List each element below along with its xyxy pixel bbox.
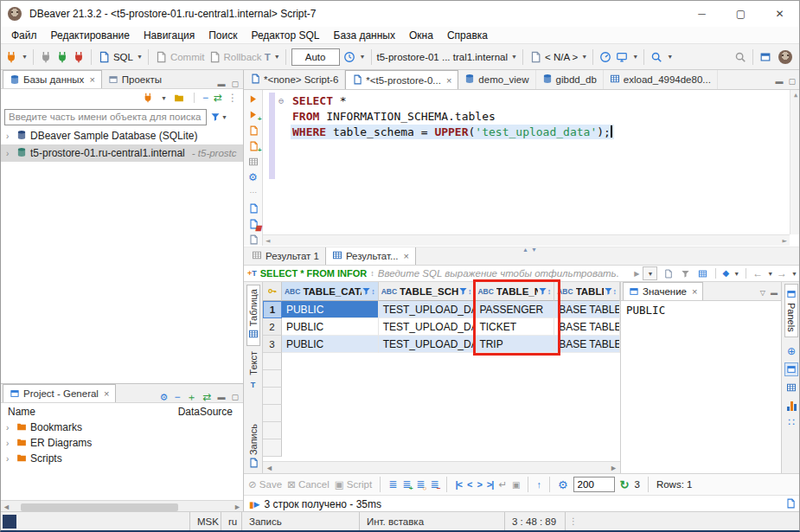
execute-script-new-tab-icon[interactable]: + bbox=[246, 139, 260, 152]
fetch-size-input[interactable] bbox=[573, 477, 615, 492]
minimize-panel-icon[interactable]: ▬ bbox=[217, 80, 225, 88]
column-filter-sort-icons[interactable]: ↕ bbox=[538, 286, 552, 296]
disconnect-icon[interactable] bbox=[72, 49, 86, 65]
grid-cell[interactable]: PUBLIC bbox=[282, 336, 379, 353]
column-header-table_sche[interactable]: ABCTABLE_SCHE↕ bbox=[379, 282, 476, 301]
custom-filter-icon[interactable] bbox=[678, 266, 692, 281]
grid-cell[interactable]: TEST_UPLOAD_DAT bbox=[379, 301, 476, 318]
tab-databases[interactable]: Базы данных × bbox=[3, 70, 102, 88]
transaction-mode-icon[interactable]: T bbox=[265, 52, 271, 62]
quick-access-search-icon[interactable] bbox=[733, 49, 747, 65]
maximize-panel-icon[interactable]: ▢ bbox=[231, 80, 239, 88]
save-filter-icon[interactable] bbox=[695, 266, 709, 281]
results-tab[interactable]: Результат...× bbox=[325, 247, 416, 265]
calc-panel-icon[interactable]: ∷ bbox=[788, 417, 795, 427]
row-number[interactable]: 1 bbox=[263, 301, 282, 318]
link-with-editor-icon[interactable]: ⇄ bbox=[214, 93, 222, 103]
minimize-panel-icon[interactable]: ▬ bbox=[217, 393, 225, 401]
status-row-state[interactable]: Запись bbox=[241, 512, 359, 530]
filter-history-dropdown-icon[interactable]: ▼ bbox=[643, 266, 657, 280]
new-connection-dropdown-icon[interactable]: ▼ bbox=[22, 54, 28, 60]
row-number[interactable]: 3 bbox=[263, 336, 282, 353]
column-header-table_ty[interactable]: ABCTABLE_TY↕ bbox=[554, 282, 620, 301]
cancel-button[interactable]: ⊠ Cancel bbox=[287, 478, 330, 490]
presentation-tab-record[interactable]: Запись bbox=[247, 420, 259, 474]
aggregate-panel-icon[interactable] bbox=[787, 401, 797, 411]
connection-dropdown-icon[interactable]: ▼ bbox=[511, 54, 517, 60]
tab-panels[interactable]: Panels bbox=[784, 284, 798, 337]
clear-filter-icon[interactable] bbox=[661, 266, 675, 281]
rollback-button[interactable]: Rollback bbox=[224, 52, 262, 62]
add-row-icon[interactable]: ≣+ bbox=[402, 478, 411, 490]
commit-mode-select[interactable]: Auto bbox=[291, 48, 340, 66]
project-tree-item[interactable]: ›ER Diagrams bbox=[1, 435, 243, 451]
sql-editor-label[interactable]: SQL bbox=[113, 52, 133, 62]
column-datasource[interactable]: DataSource bbox=[178, 406, 236, 418]
editor-tab[interactable]: *<t5-prostore-0...× bbox=[345, 70, 458, 89]
save-button[interactable]: ⊘ Save bbox=[248, 478, 282, 490]
link-with-editor-icon[interactable]: ⇄ bbox=[202, 392, 211, 402]
save-to-file-icon[interactable]: ▦ bbox=[246, 217, 260, 230]
presentation-tab-grid[interactable]: Таблица bbox=[246, 285, 260, 346]
export-results-icon[interactable]: ↑ bbox=[536, 479, 541, 490]
column-filter-sort-icons[interactable]: ↕ bbox=[458, 286, 472, 296]
sort-icon[interactable]: ↕ bbox=[468, 287, 472, 296]
connection-type-dropdown-icon[interactable]: ▼ bbox=[161, 95, 167, 101]
gear-icon[interactable]: ⚙ bbox=[558, 479, 568, 490]
column-name[interactable]: Name bbox=[8, 406, 35, 418]
menu-item[interactable]: Справка bbox=[440, 27, 495, 43]
transaction-log-dropdown-icon[interactable]: ▼ bbox=[360, 54, 366, 60]
sql-code-editor[interactable]: ⊖SELECT *FROM INFORMATION_SCHEMA.tablesW… bbox=[263, 90, 800, 246]
close-icon[interactable]: × bbox=[89, 74, 94, 85]
filter-input[interactable]: Введите SQL выражение чтобы отфильтроват… bbox=[378, 268, 631, 279]
schema-dropdown-icon[interactable]: ▼ bbox=[581, 54, 587, 60]
new-connection-icon[interactable] bbox=[141, 90, 155, 106]
project-tree-item[interactable]: ›Scripts bbox=[1, 451, 243, 466]
tab-value[interactable]: Значение × bbox=[623, 282, 703, 300]
delete-row-icon[interactable]: ≣− bbox=[430, 478, 438, 490]
reference-dropdown-icon[interactable]: ▼ bbox=[733, 271, 739, 277]
minimize-button[interactable]: ─ bbox=[682, 1, 721, 27]
results-tab[interactable]: Результат 1 bbox=[246, 247, 325, 265]
grid-cell[interactable]: TEST_UPLOAD_DAT bbox=[379, 318, 476, 336]
search-dropdown-icon[interactable]: ▼ bbox=[667, 54, 673, 60]
export-from-query-icon[interactable] bbox=[246, 202, 260, 215]
scroll-right-icon[interactable]: ► bbox=[783, 236, 787, 245]
next-row-icon[interactable]: > bbox=[477, 479, 481, 490]
grid-cell[interactable]: BASE TABLE bbox=[554, 336, 620, 353]
minimize-panel-icon[interactable]: ▬ bbox=[775, 77, 783, 86]
editor-vertical-scrollbar[interactable]: ▲ bbox=[790, 90, 800, 234]
collapse-all-icon[interactable]: − bbox=[202, 93, 208, 103]
schema-selector[interactable]: < N/A > bbox=[545, 52, 578, 62]
sash-up-icon[interactable]: ▲ bbox=[522, 247, 528, 253]
column-filter-sort-icons[interactable]: ↕ bbox=[362, 286, 375, 296]
commit-button[interactable]: Commit bbox=[170, 52, 205, 62]
edit-cell-icon[interactable]: ≣ bbox=[388, 478, 397, 490]
chevron-right-icon[interactable]: › bbox=[6, 423, 13, 433]
tree-item-connection[interactable]: ›t5-prostore-01.ru-central1.internal- t5… bbox=[1, 144, 243, 162]
new-connection-icon[interactable] bbox=[4, 49, 18, 65]
grid-cell[interactable]: PASSENGER bbox=[475, 301, 554, 318]
execute-statement-icon[interactable] bbox=[246, 93, 260, 106]
scroll-left-icon[interactable]: ◄ bbox=[3, 503, 10, 511]
scrollbar-thumb[interactable] bbox=[21, 503, 178, 511]
grid-cell[interactable]: TEST_UPLOAD_DAT bbox=[379, 336, 476, 353]
first-row-icon[interactable]: |< bbox=[455, 479, 462, 490]
editor-horizontal-scrollbar[interactable]: ◄► bbox=[263, 234, 790, 246]
grid-cell[interactable]: BASE TABLE bbox=[554, 318, 620, 336]
tab-project-general[interactable]: Project - General × bbox=[3, 384, 116, 402]
menu-item[interactable]: Окна bbox=[402, 27, 440, 43]
transaction-dropdown-icon[interactable]: ▼ bbox=[274, 54, 280, 60]
object-search-input[interactable] bbox=[4, 109, 207, 125]
last-row-icon[interactable]: >| bbox=[487, 479, 494, 490]
view-menu-icon[interactable]: ⋮ bbox=[227, 93, 238, 103]
perspective-icon[interactable] bbox=[758, 49, 772, 65]
tree-item-connection[interactable]: ›DBeaver Sample Database (SQLite) bbox=[1, 127, 243, 144]
load-from-file-icon[interactable] bbox=[246, 233, 260, 246]
disconnected-plug-icon[interactable] bbox=[39, 49, 53, 65]
value-panel-icon[interactable] bbox=[784, 362, 798, 376]
dashboard-icon[interactable] bbox=[598, 49, 612, 65]
sash-down-icon[interactable]: ▼ bbox=[531, 247, 537, 253]
scroll-right-icon[interactable]: ► bbox=[234, 503, 241, 511]
project-tree-item[interactable]: ›Bookmarks bbox=[1, 420, 243, 435]
